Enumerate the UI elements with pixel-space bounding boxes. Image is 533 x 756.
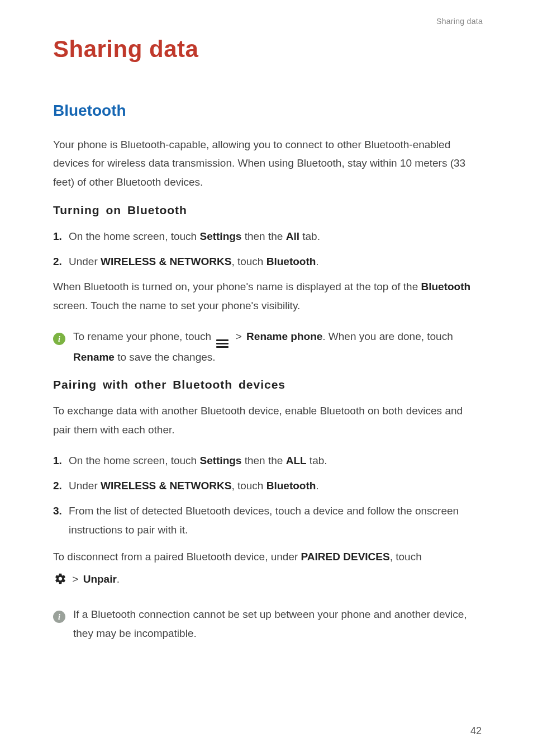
text: to save the changes. xyxy=(115,351,216,363)
info-icon: i xyxy=(53,611,65,623)
pairing-step-2: 2. Under WIRELESS & NETWORKS, touch Blue… xyxy=(53,476,483,495)
subheading-pairing: Pairing with other Bluetooth devices xyxy=(53,378,483,391)
turnon-step-2: 2. Under WIRELESS & NETWORKS, touch Blue… xyxy=(53,252,483,271)
ui-label-bluetooth-screen: Bluetooth xyxy=(421,281,471,292)
step-number: 2. xyxy=(53,476,62,495)
step-text: tab. xyxy=(299,230,320,242)
ui-label-unpair: Unpair xyxy=(83,573,117,585)
ui-label-paired-devices: PAIRED DEVICES xyxy=(301,551,390,563)
step-text: . xyxy=(316,480,318,492)
text: . When you are done, touch xyxy=(322,330,453,342)
step-text: From the list of detected Bluetooth devi… xyxy=(69,505,459,535)
step-number: 1. xyxy=(53,227,62,245)
step-text: tab. xyxy=(307,455,327,466)
ui-label-bluetooth: Bluetooth xyxy=(266,480,316,492)
step-text: , touch xyxy=(231,480,266,492)
running-head: Sharing data xyxy=(53,17,483,26)
breadcrumb-separator: > xyxy=(72,573,78,585)
note-icon-col: i xyxy=(53,327,65,348)
bluetooth-intro: Your phone is Bluetooth-capable, allowin… xyxy=(53,135,483,191)
incompatible-note: i If a Bluetooth connection cannot be se… xyxy=(53,605,483,643)
ui-label-settings: Settings xyxy=(199,455,241,466)
info-icon: i xyxy=(53,333,65,345)
step-text: then the xyxy=(241,230,285,242)
ui-label-wireless-networks: WIRELESS & NETWORKS xyxy=(101,256,231,267)
step-text: Under xyxy=(69,480,101,492)
text: If a Bluetooth connection cannot be set … xyxy=(73,608,467,639)
pairing-step-3: 3. From the list of detected Bluetooth d… xyxy=(53,502,483,539)
pairing-intro: To exchange data with another Bluetooth … xyxy=(53,401,483,439)
pairing-step-1: 1. On the home screen, touch Settings th… xyxy=(53,451,483,470)
turnon-step-1: 1. On the home screen, touch Settings th… xyxy=(53,227,483,245)
ui-label-wireless-networks: WIRELESS & NETWORKS xyxy=(101,480,231,492)
step-text: On the home screen, touch xyxy=(69,455,199,466)
turnon-after: When Bluetooth is turned on, your phone'… xyxy=(53,277,483,315)
ui-label-settings: Settings xyxy=(199,230,241,242)
ui-label-all-tab: ALL xyxy=(286,455,307,466)
step-text: Under xyxy=(69,256,101,267)
step-text: then the xyxy=(241,455,285,466)
step-number: 2. xyxy=(53,252,62,271)
text: screen. Touch the name to set your phone… xyxy=(53,300,300,311)
text: To disconnect from a paired Bluetooth de… xyxy=(53,551,301,563)
text: . xyxy=(117,573,120,585)
section-heading-bluetooth: Bluetooth xyxy=(53,102,483,120)
step-text: On the home screen, touch xyxy=(69,230,199,242)
step-number: 3. xyxy=(53,502,62,520)
page-title: Sharing data xyxy=(53,36,483,63)
step-number: 1. xyxy=(53,451,62,470)
note-text: If a Bluetooth connection cannot be set … xyxy=(73,605,483,643)
page-number: 42 xyxy=(470,725,482,737)
subheading-turning-on: Turning on Bluetooth xyxy=(53,204,483,217)
disconnect-para: To disconnect from a paired Bluetooth de… xyxy=(53,546,483,593)
ui-label-all-tab: All xyxy=(286,230,299,242)
text: When Bluetooth is turned on, your phone'… xyxy=(53,281,421,292)
ui-label-rename: Rename xyxy=(73,351,115,363)
page: Sharing data Sharing data Bluetooth Your… xyxy=(0,0,533,643)
rename-note: i To rename your phone, touch > Rename p… xyxy=(53,327,483,367)
gear-icon xyxy=(54,570,66,593)
step-text: , touch xyxy=(231,256,266,267)
ui-label-rename-phone: Rename phone xyxy=(246,330,322,342)
text: To rename your phone, touch xyxy=(73,330,214,342)
note-text: To rename your phone, touch > Rename pho… xyxy=(73,327,483,367)
step-text: . xyxy=(316,256,318,267)
ui-label-bluetooth: Bluetooth xyxy=(266,256,316,267)
note-icon-col: i xyxy=(53,605,65,626)
text: , touch xyxy=(390,551,422,563)
breadcrumb-separator: > xyxy=(236,330,242,342)
menu-icon xyxy=(216,339,229,348)
